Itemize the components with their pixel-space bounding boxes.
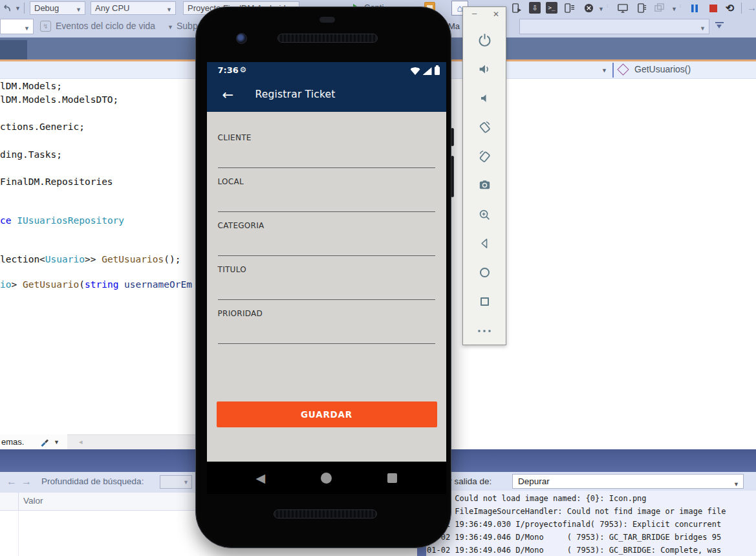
toolbar-grip-icon: ⁞ xyxy=(680,3,682,9)
platform-value: Any CPU xyxy=(95,3,129,13)
emulator-toolbar-titlebar[interactable]: – ✕ xyxy=(463,7,506,24)
field-label: CATEGORIA xyxy=(218,221,265,230)
output-line: Could not load image named: {0}: Icon.pn… xyxy=(427,492,756,505)
configuration-dropdown[interactable]: Debug ▼ xyxy=(30,1,85,15)
camera-button[interactable] xyxy=(470,171,499,200)
dropdown-caret-icon[interactable]: ▼ xyxy=(598,6,604,12)
form-field-titulo: TITULO xyxy=(218,257,435,301)
output-source-value: Depurar xyxy=(518,476,550,486)
phone-earpiece-grille xyxy=(277,34,378,43)
navigate-back-tool-icon[interactable] xyxy=(1,2,14,14)
dropdown-caret-icon: ▼ xyxy=(183,479,189,486)
adb-shell-icon[interactable]: >_ xyxy=(546,2,557,14)
device-manager-icon[interactable] xyxy=(616,2,629,14)
dropdown-caret-icon[interactable]: ▼ xyxy=(671,6,677,12)
field-label: CLIENTE xyxy=(218,133,252,142)
android-nav-bar: ◀ xyxy=(207,462,446,494)
sdk-manager-icon[interactable] xyxy=(636,2,648,14)
profiler-icon[interactable] xyxy=(583,2,595,14)
output-line: 01-02 19:36:49.046 D/Mono ( 7953): GC_BR… xyxy=(427,544,756,556)
dropdown-caret-icon[interactable]: ▼ xyxy=(15,5,21,12)
search-depth-dropdown[interactable]: ▼ xyxy=(160,475,192,489)
more-button[interactable] xyxy=(470,316,499,345)
rotate-left-button[interactable] xyxy=(470,112,499,142)
lifecycle-events-icon: ↯ xyxy=(40,21,51,32)
code-line: io> GetUsuario(string usernameOrEm xyxy=(0,279,192,290)
stop-icon[interactable] xyxy=(707,2,719,14)
overview-button[interactable] xyxy=(470,287,499,316)
code-line: lection<Usuario>> GetUsuarios(); xyxy=(0,254,180,264)
lifecycle-events-dropdown[interactable]: Eventos del ciclo de vida xyxy=(56,21,155,31)
archive-apk-icon[interactable]: ⇩ xyxy=(529,2,541,14)
phone-screen: 7:36 ⚙ ← Registrar Ticket CLIENTELOCALCA… xyxy=(207,62,446,494)
scroll-left-arrow-icon[interactable]: ◂ xyxy=(79,438,83,446)
types-dropdown-caret-icon[interactable]: ▼ xyxy=(601,67,607,74)
save-button[interactable]: GUARDAR xyxy=(217,401,437,427)
nav-home-icon[interactable] xyxy=(321,473,332,484)
home-button[interactable] xyxy=(470,258,499,287)
field-input-underline[interactable] xyxy=(218,299,435,300)
code-line: lDM.Models; xyxy=(0,81,62,91)
column-divider[interactable] xyxy=(18,493,19,511)
back-arrow-icon[interactable]: ← xyxy=(222,87,234,103)
search-depth-label: Profundidad de búsqueda: xyxy=(41,476,144,486)
code-line: lDM.Models.ModelsDTO; xyxy=(0,94,118,105)
active-document-tab[interactable] xyxy=(0,40,27,59)
battery-icon xyxy=(435,67,440,75)
form-field-categoria: CATEGORIA xyxy=(218,213,435,257)
settings-gear-icon: ⚙ xyxy=(240,65,247,74)
close-icon[interactable]: ✕ xyxy=(493,10,499,19)
toolbar-separator xyxy=(24,3,25,14)
zoom-button[interactable] xyxy=(470,200,499,229)
rotate-right-button[interactable] xyxy=(470,142,499,171)
phone-volume-button[interactable] xyxy=(451,156,454,197)
device-log-icon[interactable] xyxy=(563,2,576,14)
run-on-device-icon[interactable] xyxy=(510,2,523,14)
nav-forward-arrow-icon[interactable]: → xyxy=(21,476,32,487)
output-line: 01-02 19:36:49.030 I/proyectofinald( 795… xyxy=(427,518,756,531)
power-button[interactable] xyxy=(470,25,499,54)
nav-back-icon[interactable]: ◀ xyxy=(256,472,266,484)
toolbar-separator xyxy=(741,3,742,14)
dropdown-caret-icon[interactable]: ▼ xyxy=(167,24,173,30)
code-line: ctions.Generic; xyxy=(0,122,85,132)
output-log[interactable]: Could not load image named: {0}: Icon.pn… xyxy=(427,492,756,556)
dropdown-caret-icon: ▼ xyxy=(76,4,81,15)
back-button[interactable] xyxy=(470,229,499,258)
minimize-icon[interactable]: – xyxy=(472,8,477,18)
field-input-underline[interactable] xyxy=(218,255,435,256)
step-over-icon[interactable]: → xyxy=(747,2,756,13)
restart-icon[interactable]: ⟲ xyxy=(724,2,736,14)
phone-power-button[interactable] xyxy=(451,128,454,146)
emulator-buttons xyxy=(463,25,506,345)
field-input-underline[interactable] xyxy=(218,343,435,344)
form-field-local: LOCAL xyxy=(218,169,435,213)
member-dropdown[interactable]: GetUsuarios() xyxy=(634,64,691,74)
volume-up-button[interactable] xyxy=(470,54,499,83)
output-line: FileImageSourceHandler: Could not find i… xyxy=(427,505,756,518)
field-input-underline[interactable] xyxy=(218,167,435,168)
field-input-underline[interactable] xyxy=(218,211,435,212)
configuration-value: Debug xyxy=(34,3,59,13)
screenshot-root: ▼ Debug ▼ Any CPU ▼ Proyecto FinalDM.And… xyxy=(0,0,756,556)
phone-front-camera xyxy=(236,33,247,44)
platform-dropdown[interactable]: Any CPU ▼ xyxy=(91,1,176,15)
volume-down-button[interactable] xyxy=(470,83,499,112)
output-source-dropdown[interactable]: Depurar ▼ xyxy=(512,474,744,489)
device-dropdown[interactable]: ▼ xyxy=(519,19,709,34)
pause-icon[interactable] xyxy=(688,2,700,14)
value-column-header[interactable]: Valor xyxy=(23,496,43,506)
field-label: LOCAL xyxy=(218,177,244,186)
nav-overview-icon[interactable] xyxy=(387,473,397,483)
toolbar-grip-icon: ⁞ xyxy=(607,3,609,9)
process-dropdown[interactable]: ▼ xyxy=(0,19,34,34)
phone-top-sensor xyxy=(319,17,335,23)
nav-back-arrow-icon[interactable]: ← xyxy=(6,476,17,487)
filter-icon[interactable] xyxy=(715,22,724,31)
form-field-prioridad: PRIORIDAD xyxy=(218,301,435,345)
dropdown-caret-icon[interactable]: ▼ xyxy=(54,439,59,445)
android-phone-frame: 7:36 ⚙ ← Registrar Ticket CLIENTELOCALCA… xyxy=(195,6,451,548)
column-divider xyxy=(18,511,19,556)
status-time: 7:36 xyxy=(218,65,239,75)
brush-icon[interactable] xyxy=(40,437,50,449)
